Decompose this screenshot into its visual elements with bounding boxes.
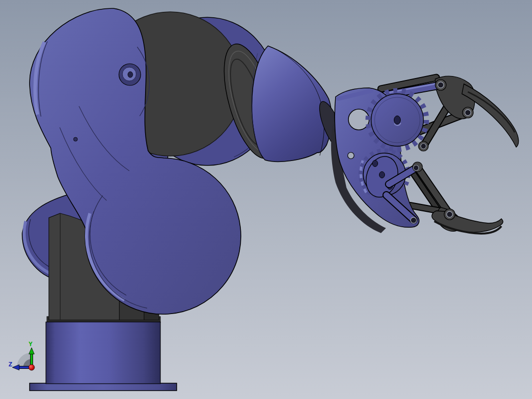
triad-y-label: Y [29, 340, 33, 348]
base-assembly[interactable] [30, 317, 177, 391]
pin-hole [411, 217, 417, 223]
triad-x-axis-ball[interactable] [29, 364, 35, 370]
shoulder-hub[interactable] [119, 64, 141, 85]
base-cylinder[interactable] [46, 322, 160, 384]
flange-hole [373, 160, 378, 167]
base-plate[interactable] [30, 383, 177, 391]
pin-hole [421, 144, 426, 149]
large-gear-bore [394, 116, 401, 124]
pin-hole [447, 211, 453, 217]
screw-hole [74, 137, 77, 141]
pin-hole [414, 165, 419, 171]
pin-hole [465, 110, 471, 116]
flange-hole [380, 172, 385, 178]
cad-window: Y Z [0, 0, 532, 399]
palm-small-hole [348, 153, 354, 159]
cad-viewport[interactable]: Y Z [0, 0, 532, 399]
triad-z-label: Z [8, 360, 12, 368]
pin-hole [438, 82, 444, 88]
